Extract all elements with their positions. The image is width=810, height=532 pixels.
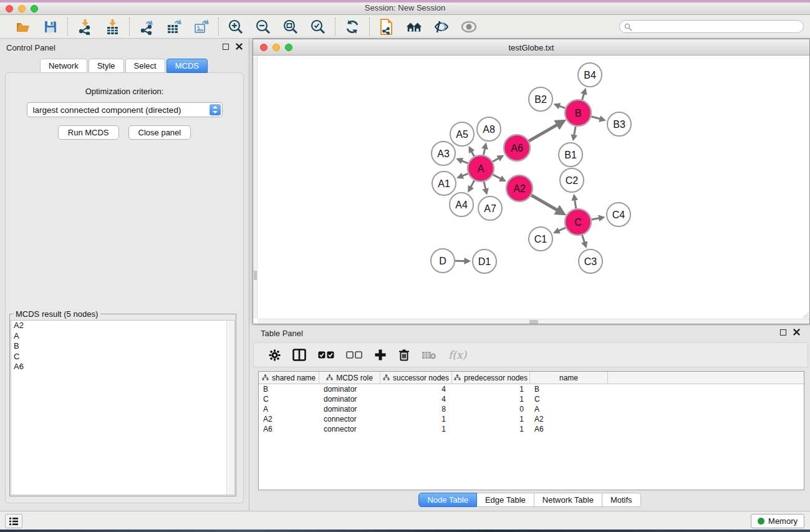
node-D1[interactable]: D1 xyxy=(473,249,496,273)
tab-style[interactable]: Style xyxy=(89,59,124,73)
cell-successor-nodes[interactable]: 4 xyxy=(380,384,452,394)
float-table-panel-icon[interactable] xyxy=(780,329,786,336)
zoom-in-icon[interactable] xyxy=(227,18,244,36)
float-panel-icon[interactable] xyxy=(223,44,229,50)
node-table-body[interactable]: Bdominator41BCdominator41CAdominator80AA… xyxy=(259,384,804,434)
edge-C-C1[interactable] xyxy=(555,228,566,233)
network-window-titlebar[interactable]: testGlobe.txt xyxy=(253,39,809,56)
node-A1[interactable]: A1 xyxy=(432,172,456,195)
table-row[interactable]: A6connector11A6 xyxy=(259,424,804,434)
cell-successor-nodes[interactable]: 1 xyxy=(380,414,452,424)
cell-MCDS-role[interactable]: connector xyxy=(319,414,380,424)
function-builder-icon[interactable]: f(x) xyxy=(448,349,466,361)
tab-motifs[interactable]: Motifs xyxy=(602,493,641,507)
close-table-panel-icon[interactable] xyxy=(793,329,800,336)
cell-MCDS-role[interactable]: dominator xyxy=(319,384,380,394)
node-C4[interactable]: C4 xyxy=(607,203,630,226)
cell-shared-name[interactable]: A xyxy=(259,404,319,414)
result-item[interactable]: C xyxy=(11,352,234,362)
deselect-all-icon[interactable] xyxy=(346,351,362,359)
cell-name[interactable]: A xyxy=(530,404,608,414)
select-all-icon[interactable] xyxy=(318,351,334,359)
cell-predecessor-nodes[interactable]: 1 xyxy=(452,384,530,394)
edge-A-A7[interactable] xyxy=(484,181,486,193)
cell-shared-name[interactable]: A6 xyxy=(259,424,319,434)
table-row[interactable]: Bdominator41B xyxy=(259,384,804,394)
edge-C-C2[interactable] xyxy=(574,196,576,209)
edge-C-C4[interactable] xyxy=(592,218,604,220)
node-A4[interactable]: A4 xyxy=(450,193,473,216)
node-B1[interactable]: B1 xyxy=(559,143,582,167)
node-table[interactable]: shared nameMCDS rolesuccessor nodesprede… xyxy=(258,371,804,490)
node-B[interactable]: B xyxy=(565,100,591,126)
horizontal-scroll-thumb[interactable] xyxy=(529,320,538,324)
edge-A-A2[interactable] xyxy=(493,175,504,181)
show-panels-icon[interactable] xyxy=(460,18,478,36)
result-item[interactable]: B xyxy=(11,341,234,352)
cell-successor-nodes[interactable]: 4 xyxy=(380,394,452,404)
save-session-icon[interactable] xyxy=(42,18,59,36)
cell-name[interactable]: B xyxy=(530,384,608,394)
criterion-dropdown[interactable]: largest connected component (directed) xyxy=(27,102,223,117)
node-C2[interactable]: C2 xyxy=(560,168,584,192)
result-item[interactable]: A xyxy=(11,331,234,342)
node-A3[interactable]: A3 xyxy=(432,142,455,165)
zoom-fit-icon[interactable] xyxy=(282,18,299,36)
delete-table-icon[interactable] xyxy=(422,351,436,360)
network-canvas[interactable]: AA1A3A4A5A7A8A6A2BB1B2B3B4CC1C2C3C4DD1 xyxy=(253,56,809,324)
cell-shared-name[interactable]: C xyxy=(259,394,319,404)
run-mcds-button[interactable]: Run MCDS xyxy=(58,125,119,140)
tab-edge-table[interactable]: Edge Table xyxy=(477,493,534,507)
edge-A-A6[interactable] xyxy=(493,156,502,162)
network-vertical-scrollbar[interactable] xyxy=(253,56,258,319)
node-table-header[interactable]: shared nameMCDS rolesuccessor nodesprede… xyxy=(259,372,804,384)
import-network-icon[interactable] xyxy=(76,18,94,36)
edge-C-C3[interactable] xyxy=(582,235,586,246)
node-D[interactable]: D xyxy=(431,249,455,273)
cell-name[interactable]: A6 xyxy=(530,424,608,434)
cell-shared-name[interactable]: B xyxy=(259,384,319,394)
node-B3[interactable]: B3 xyxy=(607,112,631,136)
edge-A-A8[interactable] xyxy=(483,144,486,155)
tab-node-table[interactable]: Node Table xyxy=(418,493,477,507)
node-A5[interactable]: A5 xyxy=(450,122,474,146)
column-header-shared-name[interactable]: shared name xyxy=(259,372,319,384)
export-network-icon[interactable] xyxy=(138,18,155,36)
settings-icon[interactable] xyxy=(269,349,281,361)
tab-mcds[interactable]: MCDS xyxy=(166,59,208,73)
column-header-name[interactable]: name xyxy=(530,372,608,384)
result-item[interactable]: A6 xyxy=(11,362,234,372)
edge-B-B4[interactable] xyxy=(582,90,586,100)
mcds-result-list[interactable]: A2ABCA6 xyxy=(11,320,235,495)
cell-name[interactable]: C xyxy=(530,394,608,404)
cell-name[interactable]: A2 xyxy=(530,414,608,424)
cell-predecessor-nodes[interactable]: 1 xyxy=(452,414,530,424)
cell-successor-nodes[interactable]: 8 xyxy=(380,404,452,414)
column-layout-icon[interactable] xyxy=(292,349,306,361)
edge-A-A5[interactable] xyxy=(470,148,474,157)
node-A2[interactable]: A2 xyxy=(506,175,533,201)
node-A8[interactable]: A8 xyxy=(477,117,501,141)
new-session-icon[interactable] xyxy=(378,18,395,36)
node-B4[interactable]: B4 xyxy=(578,63,602,87)
close-panel-icon[interactable] xyxy=(236,43,243,50)
node-B2[interactable]: B2 xyxy=(529,87,552,111)
cell-predecessor-nodes[interactable]: 0 xyxy=(452,404,530,414)
node-C[interactable]: C xyxy=(565,209,591,235)
edge-B-B1[interactable] xyxy=(573,127,576,140)
zoom-out-icon[interactable] xyxy=(254,18,272,36)
memory-button[interactable]: Memory xyxy=(751,514,804,528)
result-scrollbar[interactable] xyxy=(226,321,234,495)
import-table-icon[interactable] xyxy=(104,18,121,36)
node-C1[interactable]: C1 xyxy=(529,227,552,251)
column-header-MCDS-role[interactable]: MCDS role xyxy=(319,372,380,384)
edge-A-A3[interactable] xyxy=(458,159,468,163)
vertical-scroll-thumb[interactable] xyxy=(254,271,257,280)
cell-MCDS-role[interactable]: dominator xyxy=(319,394,380,404)
node-A7[interactable]: A7 xyxy=(478,196,502,220)
open-session-icon[interactable] xyxy=(14,18,32,36)
column-header-successor-nodes[interactable]: successor nodes xyxy=(380,372,452,384)
result-item[interactable]: A2 xyxy=(11,321,234,331)
tab-network-table[interactable]: Network Table xyxy=(534,493,602,507)
column-header-predecessor-nodes[interactable]: predecessor nodes xyxy=(452,372,530,384)
